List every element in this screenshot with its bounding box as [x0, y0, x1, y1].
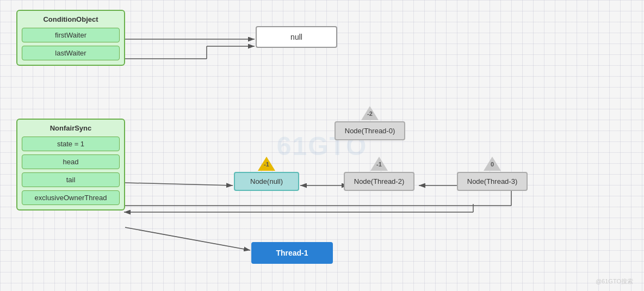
svg-line-7 [125, 183, 233, 185]
null-box: null [256, 26, 337, 48]
node-thread2-group: -1 Node(Thread-2) [344, 157, 414, 191]
svg-line-12 [125, 227, 250, 250]
first-waiter-field: firstWaiter [22, 28, 120, 42]
node-thread3-box: Node(Thread-3) [457, 172, 528, 191]
state-field: state = 1 [22, 137, 120, 151]
node-thread3-group: 0 Node(Thread-3) [457, 157, 528, 191]
thread1-box: Thread-1 [251, 242, 333, 264]
head-field: head [22, 154, 120, 169]
node-thread0-badge: -2 [367, 110, 373, 117]
nonfair-sync-title: NonfairSync [22, 124, 120, 132]
node-thread0-box: Node(Thread-0) [335, 121, 405, 140]
diagram-container: 61GTO [0, 0, 644, 291]
last-waiter-field: lastWaiter [22, 46, 120, 60]
nonfair-sync-box: NonfairSync state = 1 head tail exclusiv… [16, 119, 125, 210]
node-thread0-group: -2 Node(Thread-0) [335, 106, 405, 140]
svg-line-10 [126, 188, 511, 206]
node-null-box: Node(null) [234, 172, 299, 191]
condition-object-box: ConditionObject firstWaiter lastWaiter [16, 10, 125, 66]
node-null-group: -1 Node(null) [234, 157, 299, 191]
node-null-badge: -1 [264, 161, 269, 168]
watermark: @61GTO搜索 [596, 277, 633, 286]
tail-field: tail [22, 172, 120, 187]
node-thread3-badge: 0 [491, 161, 494, 168]
node-thread2-badge: -1 [376, 161, 382, 168]
exclusive-owner-thread-field: exclusiveOwnerThread [22, 190, 120, 205]
condition-object-title: ConditionObject [22, 15, 120, 23]
node-thread2-box: Node(Thread-2) [344, 172, 414, 191]
